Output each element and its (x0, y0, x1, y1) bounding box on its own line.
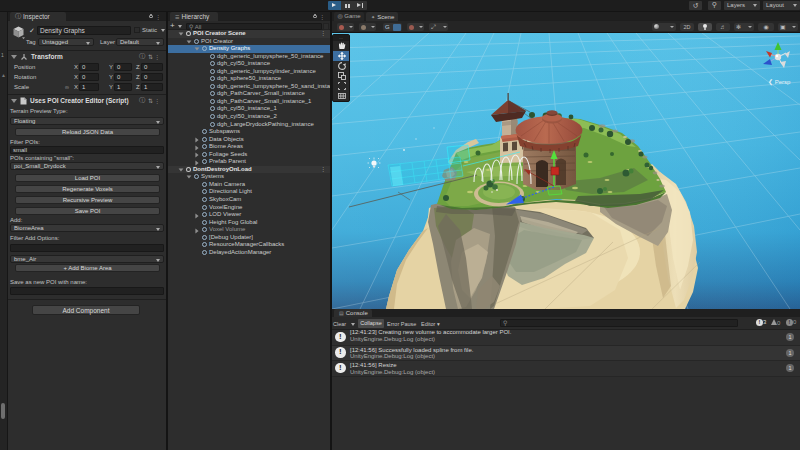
svg-text:❮ Persp: ❮ Persp (768, 79, 791, 86)
